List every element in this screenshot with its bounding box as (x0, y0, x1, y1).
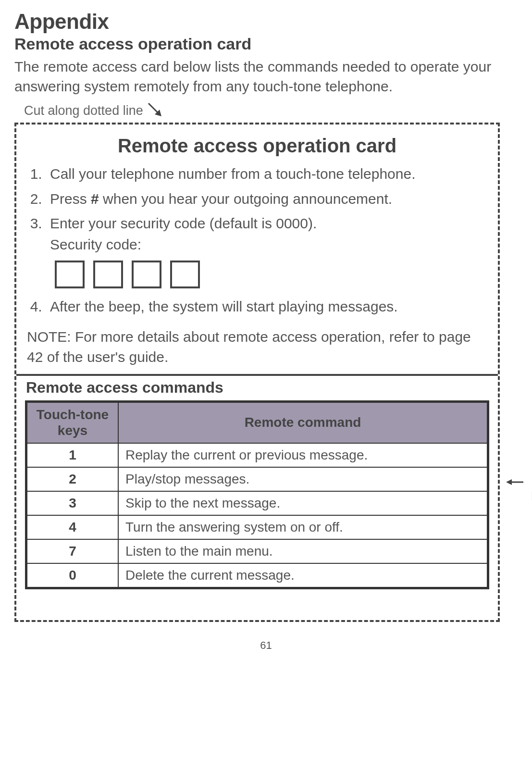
table-row: 3 Skip to the next message. (27, 491, 487, 515)
table-header-keys: Touch-tone keys (27, 402, 118, 443)
steps-list: Call your telephone number from a touch-… (25, 163, 489, 317)
step-2: Press # when you hear your outgoing anno… (46, 188, 489, 210)
section-subtitle: Remote access operation card (14, 35, 518, 53)
step-4: After the beep, the system will start pl… (46, 296, 489, 317)
operation-card: Remote access operation card Call your t… (14, 123, 500, 622)
key-cell: 0 (27, 563, 118, 587)
svg-marker-3 (506, 479, 512, 485)
table-row: 0 Delete the current message. (27, 563, 487, 587)
code-digit-box[interactable] (132, 261, 161, 288)
command-cell: Delete the current message. (118, 563, 487, 587)
step-text-post: when you hear your outgoing announcement… (99, 191, 392, 207)
code-digit-box[interactable] (170, 261, 200, 288)
step-text: Enter your security code (default is 000… (50, 215, 317, 231)
fold-line-divider (16, 374, 498, 376)
cut-instruction-text: Cut along dotted line (24, 103, 143, 118)
arrow-down-right-icon (146, 101, 165, 120)
intro-paragraph: The remote access card below lists the c… (14, 57, 518, 96)
step-1: Call your telephone number from a touch-… (46, 163, 489, 185)
code-digit-box[interactable] (93, 261, 123, 288)
key-cell: 4 (27, 515, 118, 539)
note-text: NOTE: For more details about remote acce… (27, 327, 489, 367)
key-cell: 2 (27, 467, 118, 491)
key-cell: 3 (27, 491, 118, 515)
security-code-boxes (55, 261, 489, 288)
code-digit-box[interactable] (55, 261, 85, 288)
table-row: 4 Turn the answering system on or off. (27, 515, 487, 539)
table-row: 1 Replay the current or previous message… (27, 443, 487, 467)
commands-heading: Remote access commands (26, 379, 489, 397)
command-cell: Replay the current or previous message. (118, 443, 487, 467)
arrow-left-icon (505, 477, 524, 487)
table-row: 7 Listen to the main menu. (27, 539, 487, 563)
command-cell: Skip to the next message. (118, 491, 487, 515)
card-title: Remote access operation card (25, 135, 489, 157)
appendix-heading: Appendix (14, 10, 518, 34)
key-cell: 1 (27, 443, 118, 467)
table-row: 2 Play/stop messages. (27, 467, 487, 491)
commands-table: Touch-tone keys Remote command 1 Replay … (26, 402, 488, 588)
security-label: Security code: (50, 236, 141, 252)
command-cell: Turn the answering system on or off. (118, 515, 487, 539)
step-text-pre: Press (50, 191, 91, 207)
step-text: After the beep, the system will start pl… (50, 298, 398, 314)
key-cell: 7 (27, 539, 118, 563)
commands-table-wrapper: Touch-tone keys Remote command 1 Replay … (25, 400, 489, 589)
table-header-command: Remote command (118, 402, 487, 443)
page-number: 61 (14, 639, 518, 652)
command-cell: Listen to the main menu. (118, 539, 487, 563)
command-cell: Play/stop messages. (118, 467, 487, 491)
step-bold: # (91, 191, 99, 207)
cut-instruction: Cut along dotted line (24, 101, 518, 120)
step-3: Enter your security code (default is 000… (46, 213, 489, 288)
step-text: Call your telephone number from a touch-… (50, 166, 415, 182)
